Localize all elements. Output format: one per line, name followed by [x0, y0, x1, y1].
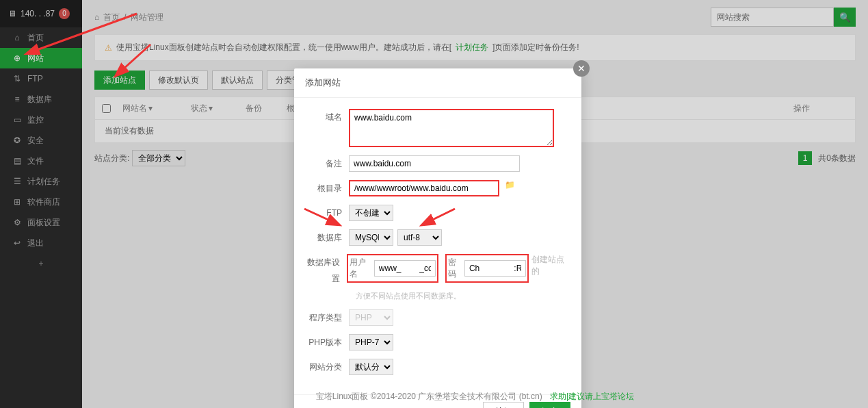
db-select[interactable]: MySQL	[349, 229, 393, 246]
db-note: 创建站点的	[531, 254, 570, 277]
remark-label: 备注	[305, 155, 349, 172]
sitecat-label: 网站分类	[305, 359, 349, 375]
php-version-select[interactable]: PHP-73	[349, 334, 393, 350]
footer: 宝塔Linux面板 ©2014-2020 广东堡塔安全技术有限公司 (bt.cn…	[82, 391, 868, 403]
modal-title: 添加网站	[294, 68, 581, 98]
dbset-label: 数据库设置	[305, 254, 347, 287]
modal-close-btn[interactable]: 关闭	[483, 402, 524, 408]
modal-submit-btn[interactable]: 提交	[529, 402, 570, 408]
close-icon: ✕	[577, 63, 586, 74]
add-site-modal: ✕ 添加网站 域名 备注 根目录 📁 FTP 不创建 数据库 MySQL utf…	[294, 68, 581, 408]
root-label: 根目录	[305, 180, 349, 196]
folder-icon[interactable]: 📁	[505, 180, 515, 190]
db-pass-label: 密码	[448, 257, 460, 280]
ftp-select[interactable]: 不创建	[349, 205, 393, 221]
ptype-label: 程序类型	[305, 309, 349, 326]
footer-link[interactable]: 求助|建议请上宝塔论坛	[550, 392, 634, 401]
phpver-label: PHP版本	[305, 334, 349, 350]
db-user-input[interactable]	[374, 260, 436, 277]
ftp-label: FTP	[305, 205, 349, 221]
domain-label: 域名	[305, 109, 349, 125]
db-pass-input[interactable]	[464, 260, 526, 277]
modal-close-button[interactable]: ✕	[573, 60, 590, 77]
root-input[interactable]	[349, 180, 499, 196]
site-category-select[interactable]: 默认分类	[349, 359, 393, 375]
program-type-select: PHP	[349, 309, 393, 326]
remark-input[interactable]	[349, 155, 520, 172]
domain-input[interactable]	[349, 109, 554, 147]
footer-text: 宝塔Linux面板 ©2014-2020 广东堡塔安全技术有限公司 (bt.cn…	[316, 392, 542, 401]
charset-select[interactable]: utf-8	[397, 229, 442, 246]
db-user-label: 用户名	[350, 257, 370, 280]
db-hint: 方便不同站点使用不同数据库。	[305, 291, 570, 301]
db-label: 数据库	[305, 229, 349, 246]
